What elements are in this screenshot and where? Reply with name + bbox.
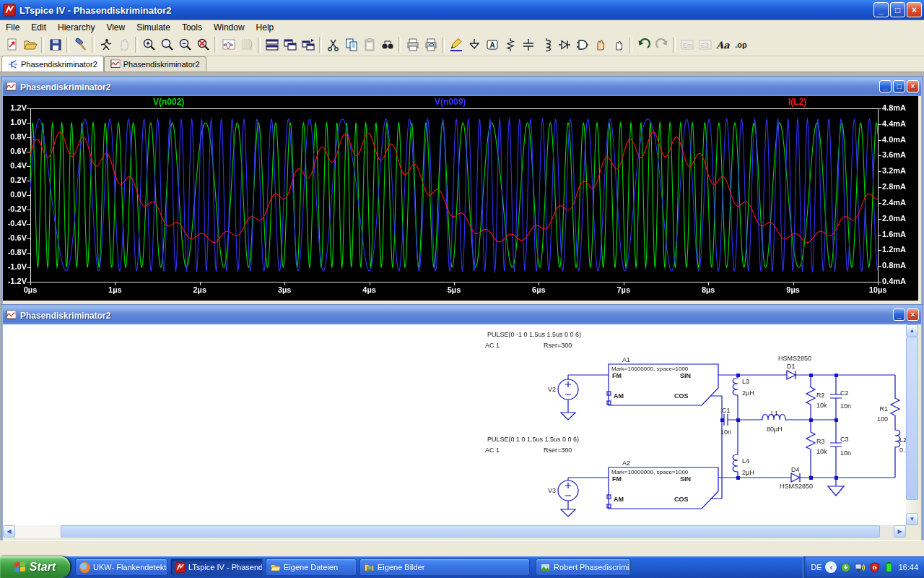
draw-wire-pencil-button[interactable] bbox=[447, 36, 465, 54]
vertical-scrollbar[interactable]: ▲ ▼ bbox=[906, 324, 918, 525]
inductor-button[interactable] bbox=[537, 36, 555, 54]
horizontal-scroll-thumb[interactable] bbox=[61, 525, 880, 538]
l2-label[interactable]: L2 bbox=[899, 436, 906, 444]
scroll-down-button[interactable]: ▼ bbox=[906, 513, 918, 525]
cascade-windows-alt-button[interactable] bbox=[299, 36, 317, 54]
app-restore-button[interactable]: □ bbox=[890, 2, 905, 17]
c2-value[interactable]: 10n bbox=[840, 402, 851, 410]
d4-label[interactable]: D4 bbox=[791, 466, 800, 473]
copy-button[interactable] bbox=[342, 36, 360, 54]
tray-battery-icon[interactable] bbox=[884, 562, 894, 573]
l4-value[interactable]: 2µH bbox=[742, 469, 754, 476]
zoom-in-button[interactable] bbox=[140, 36, 158, 54]
menu-simulate[interactable]: Simulate bbox=[131, 21, 176, 34]
menu-file[interactable]: File bbox=[0, 21, 25, 34]
open-file-button[interactable] bbox=[21, 36, 39, 54]
r1-label[interactable]: R1 bbox=[879, 405, 888, 413]
c3-value[interactable]: 10n bbox=[840, 449, 851, 457]
scroll-right-button[interactable]: ▶ bbox=[894, 525, 906, 538]
print-preview-button[interactable] bbox=[422, 36, 440, 54]
tray-update-icon[interactable] bbox=[840, 562, 851, 573]
zoom-extents-button[interactable] bbox=[194, 36, 212, 54]
tray-antivirus-shield-icon[interactable]: G bbox=[869, 562, 880, 573]
tray-clock[interactable]: 16:44 bbox=[898, 563, 918, 571]
r2-value[interactable]: 10k bbox=[816, 402, 827, 409]
tab-schematic[interactable]: Phasendiskriminator2 bbox=[1, 56, 104, 72]
horizontal-scrollbar[interactable]: ◀ ▶ bbox=[3, 525, 906, 538]
rser2-directive[interactable]: Rser=300 bbox=[544, 447, 572, 454]
l4-label[interactable]: L4 bbox=[742, 457, 749, 465]
menu-hierarchy[interactable]: Hierarchy bbox=[52, 21, 100, 34]
schem-close-button[interactable]: × bbox=[907, 309, 919, 321]
print-button[interactable] bbox=[404, 36, 422, 54]
l2-value[interactable]: 0.1 bbox=[899, 447, 906, 454]
taskbar-task-robert[interactable]: Robert Phasediscrimi... bbox=[536, 558, 631, 576]
d1-label[interactable]: D1 bbox=[787, 363, 796, 370]
l3-label[interactable]: L3 bbox=[742, 378, 749, 385]
c1-value[interactable]: 10n bbox=[720, 428, 731, 436]
pulse1-directive[interactable]: PULSE(0 -1 0 1.5us 1.5us 0 0 6) bbox=[487, 331, 581, 338]
schem-minimize-button[interactable]: _ bbox=[893, 309, 905, 321]
a1-label[interactable]: A1 bbox=[622, 356, 630, 363]
tray-collapse-chevron[interactable]: ‹ bbox=[825, 561, 837, 573]
language-indicator[interactable]: DE bbox=[811, 563, 821, 571]
pulse2-directive[interactable]: PULSE(0 1 0 1.5us 1.5us 0 0 6) bbox=[487, 436, 579, 443]
scroll-left-button[interactable]: ◀ bbox=[3, 525, 15, 538]
tray-network-icon[interactable] bbox=[855, 562, 866, 573]
zoom-out-button[interactable] bbox=[176, 36, 194, 54]
wave-restore-button[interactable]: □ bbox=[893, 80, 905, 92]
taskbar-task-ltspice[interactable]: LTspice IV - Phasendi... bbox=[170, 558, 263, 576]
cascade-windows-button[interactable] bbox=[281, 36, 299, 54]
component-button[interactable] bbox=[573, 36, 591, 54]
app-minimize-button[interactable]: _ bbox=[873, 2, 889, 17]
net-label-button[interactable]: A bbox=[483, 36, 501, 54]
menu-window[interactable]: Window bbox=[208, 21, 250, 34]
c3-label[interactable]: C3 bbox=[840, 436, 849, 443]
wave-minimize-button[interactable]: _ bbox=[879, 80, 892, 92]
tile-horizontal-button[interactable] bbox=[263, 36, 281, 54]
ac1-directive[interactable]: AC 1 bbox=[485, 342, 500, 349]
autorange-waveform-button[interactable] bbox=[219, 36, 237, 54]
resistor-button[interactable] bbox=[501, 36, 519, 54]
r3-label[interactable]: R3 bbox=[816, 438, 825, 445]
ground-symbol-button[interactable] bbox=[465, 36, 483, 54]
d1-model[interactable]: HSMS2850 bbox=[778, 355, 811, 362]
scroll-up-button[interactable]: ▲ bbox=[906, 324, 918, 337]
taskbar-task-firefox[interactable]: UKW- Flankendetekto... bbox=[75, 558, 167, 576]
diode-button[interactable] bbox=[555, 36, 573, 54]
schematic-canvas[interactable]: PULSE(0 -1 0 1.5us 1.5us 0 0 6) AC 1 Rse… bbox=[3, 324, 906, 525]
start-button[interactable]: Start bbox=[0, 556, 70, 578]
waveform-plot[interactable] bbox=[3, 96, 918, 301]
r1-value[interactable]: 100 bbox=[877, 415, 888, 423]
cut-button[interactable] bbox=[324, 36, 342, 54]
new-schematic-button[interactable] bbox=[3, 36, 21, 54]
a2-mark-param[interactable]: Mark=10000000, space=1000 bbox=[611, 469, 689, 475]
trace-label-vn009[interactable]: V(n009) bbox=[435, 97, 466, 107]
v3-label[interactable]: V3 bbox=[548, 487, 556, 494]
menu-tools[interactable]: Tools bbox=[176, 21, 208, 34]
r2-label[interactable]: R2 bbox=[816, 392, 825, 399]
d4-model[interactable]: HSMS2850 bbox=[780, 483, 813, 490]
trace-label-il2[interactable]: I(L2) bbox=[788, 97, 806, 107]
a1-mark-param[interactable]: Mark=10000000, space=1000 bbox=[611, 366, 689, 372]
menu-edit[interactable]: Edit bbox=[25, 21, 52, 34]
vertical-scroll-thumb[interactable] bbox=[906, 337, 918, 500]
rser1-directive[interactable]: Rser=300 bbox=[544, 342, 572, 349]
wave-close-button[interactable]: × bbox=[907, 80, 919, 92]
undo-button[interactable] bbox=[635, 36, 653, 54]
move-button[interactable] bbox=[591, 36, 609, 54]
taskbar-task-eigene-bilder[interactable]: Eigene Bilder bbox=[359, 558, 530, 576]
find-button[interactable] bbox=[378, 36, 396, 54]
taskbar-task-eigene-dateien[interactable]: Eigene Dateien bbox=[266, 558, 357, 576]
c1-label[interactable]: C1 bbox=[722, 407, 731, 414]
l1-value[interactable]: 80µH bbox=[767, 426, 783, 433]
v2-label[interactable]: V2 bbox=[548, 386, 556, 393]
spice-directive-button[interactable]: .op bbox=[732, 36, 750, 54]
trace-label-vn002[interactable]: V(n002) bbox=[153, 97, 184, 107]
tab-waveform[interactable]: Phasendiskriminator2 bbox=[104, 56, 206, 72]
menu-view[interactable]: View bbox=[100, 21, 131, 34]
c2-label[interactable]: C2 bbox=[840, 389, 849, 397]
capacitor-button[interactable] bbox=[519, 36, 537, 54]
a2-label[interactable]: A2 bbox=[622, 460, 630, 467]
r3-value[interactable]: 10k bbox=[816, 448, 827, 455]
